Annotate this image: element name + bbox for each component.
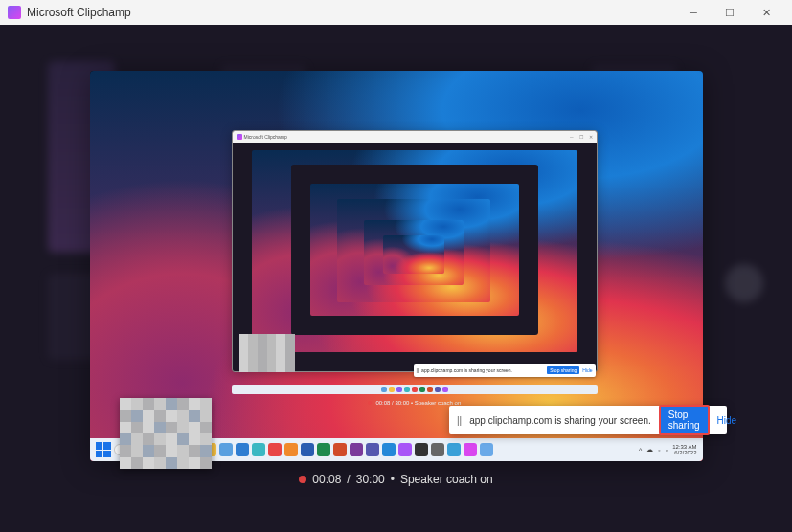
taskbar-app-vscode[interactable] (382, 443, 396, 456)
control-blur (725, 264, 763, 302)
time-separator: / (347, 473, 350, 486)
titlebar: Microsoft Clipchamp ─ ☐ ✕ (0, 0, 792, 25)
window-title: Microsoft Clipchamp (27, 6, 131, 19)
system-tray[interactable]: ^ ☁ ◦ ◦ 12:33 AM 6/2/2022 (639, 444, 697, 455)
app-window: Microsoft Clipchamp ─ ☐ ✕ Microsoft Clip… (0, 0, 792, 532)
tray-chevron-icon[interactable]: ^ (639, 447, 642, 454)
nested-share-bar: || app.clipchamp.com is sharing your scr… (414, 364, 596, 377)
pause-icon: || (417, 367, 419, 373)
camera-thumbnail[interactable] (120, 398, 212, 469)
nested-window-5 (375, 228, 452, 281)
close-button[interactable]: ✕ (748, 0, 784, 25)
share-message: app.clipchamp.com is sharing your screen… (469, 415, 651, 426)
start-button[interactable] (96, 442, 111, 457)
nested-window-controls: ─☐✕ (570, 134, 593, 140)
taskbar-app-teams[interactable] (366, 443, 379, 456)
taskbar-app-chrome[interactable] (268, 443, 282, 456)
tray-wifi-icon[interactable]: ◦ (658, 447, 660, 454)
nested-hide-link: Hide (582, 367, 592, 373)
taskbar-app-store[interactable] (219, 443, 233, 456)
tray-volume-icon[interactable]: ◦ (666, 447, 668, 454)
screen-share-bar: || app.clipchamp.com is sharing your scr… (449, 406, 727, 434)
taskbar-app-app1[interactable] (464, 443, 477, 456)
stop-sharing-button[interactable]: Stop sharing (659, 405, 710, 435)
record-dot-icon (299, 476, 306, 483)
record-dot-icon (368, 401, 372, 405)
clipchamp-icon (8, 6, 21, 19)
taskbar-app-app2[interactable] (480, 443, 493, 456)
taskbar-apps (170, 443, 493, 456)
taskbar-app-excel[interactable] (317, 443, 330, 456)
taskbar-app-edge[interactable] (252, 443, 265, 456)
taskbar-app-word[interactable] (301, 443, 314, 456)
nested-title: Microsoft Clipchamp (244, 134, 287, 140)
total-time: 30:00 (356, 473, 385, 486)
taskbar-app-onenote[interactable] (350, 443, 363, 456)
speaker-coach-status: Speaker coach on (400, 473, 493, 486)
taskbar-app-firefox[interactable] (284, 443, 298, 456)
taskbar-app-photos[interactable] (447, 443, 461, 456)
taskbar-app-terminal[interactable] (415, 443, 428, 456)
minimize-button[interactable]: ─ (675, 0, 712, 25)
app-content: Microsoft Clipchamp ─☐✕ || app.clipchamp… (0, 25, 792, 532)
maximize-button[interactable]: ☐ (712, 0, 748, 25)
recording-status: 00:08 / 30:00 • Speaker coach on (299, 473, 492, 486)
nested-share-message: app.clipchamp.com is sharing your screen… (421, 367, 544, 373)
taskbar-clock[interactable]: 12:33 AM 6/2/2022 (672, 444, 696, 455)
hide-share-bar-link[interactable]: Hide (717, 415, 737, 426)
taskbar-app-mail[interactable] (236, 443, 249, 456)
taskbar-app-settings[interactable] (431, 443, 444, 456)
clipchamp-icon (237, 134, 242, 140)
nested-stop-button: Stop sharing (547, 366, 579, 374)
bullet-separator: • (391, 473, 395, 486)
elapsed-time: 00:08 (312, 473, 341, 486)
taskbar-app-clipchamp[interactable] (398, 443, 412, 456)
nested-camera-thumb (239, 334, 295, 372)
taskbar-app-powerpoint[interactable] (333, 443, 347, 456)
nested-taskbar (232, 385, 598, 394)
pause-icon[interactable]: || (457, 415, 462, 426)
tray-cloud-icon[interactable]: ☁ (646, 446, 653, 454)
